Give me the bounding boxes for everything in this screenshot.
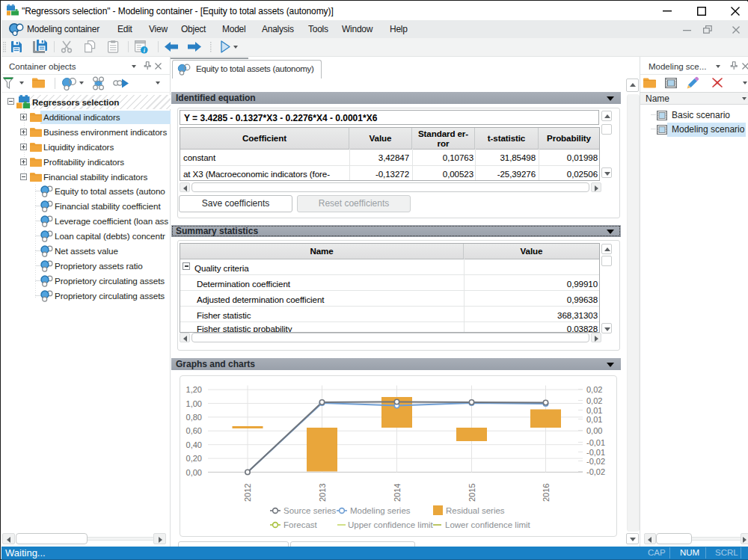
- svg-text:Source series: Source series: [283, 506, 337, 515]
- svg-text:-0,02: -0,02: [586, 467, 605, 476]
- svg-text:1,00: 1,00: [186, 399, 202, 408]
- svg-text:2016: 2016: [542, 484, 551, 502]
- svg-text:0,01: 0,01: [586, 415, 602, 424]
- svg-text:0,60: 0,60: [186, 426, 202, 435]
- svg-text:0,40: 0,40: [186, 440, 202, 449]
- svg-text:0,01: 0,01: [586, 406, 602, 415]
- svg-text:1,20: 1,20: [186, 385, 202, 394]
- svg-text:Upper confidence limit: Upper confidence limit: [348, 520, 434, 529]
- svg-text:2015: 2015: [468, 484, 476, 502]
- svg-text:2014: 2014: [393, 484, 402, 502]
- svg-text:Residual series: Residual series: [446, 506, 505, 515]
- svg-text:-0,02: -0,02: [586, 457, 605, 466]
- svg-text:Forecast: Forecast: [283, 520, 318, 529]
- svg-text:Modeling series: Modeling series: [350, 506, 411, 515]
- svg-text:2012: 2012: [243, 484, 252, 502]
- svg-text:0,00: 0,00: [186, 468, 202, 477]
- svg-text:Lower confidence limit: Lower confidence limit: [445, 520, 531, 529]
- svg-text:-0,01: -0,01: [586, 448, 605, 457]
- svg-text:0,20: 0,20: [186, 454, 202, 463]
- svg-text:0,80: 0,80: [186, 413, 202, 422]
- svg-text:-0,01: -0,01: [586, 438, 605, 447]
- svg-text:0,02: 0,02: [586, 385, 602, 394]
- svg-text:0,00: 0,00: [586, 426, 602, 435]
- svg-text:2013: 2013: [318, 484, 327, 502]
- svg-text:0,02: 0,02: [586, 396, 602, 405]
